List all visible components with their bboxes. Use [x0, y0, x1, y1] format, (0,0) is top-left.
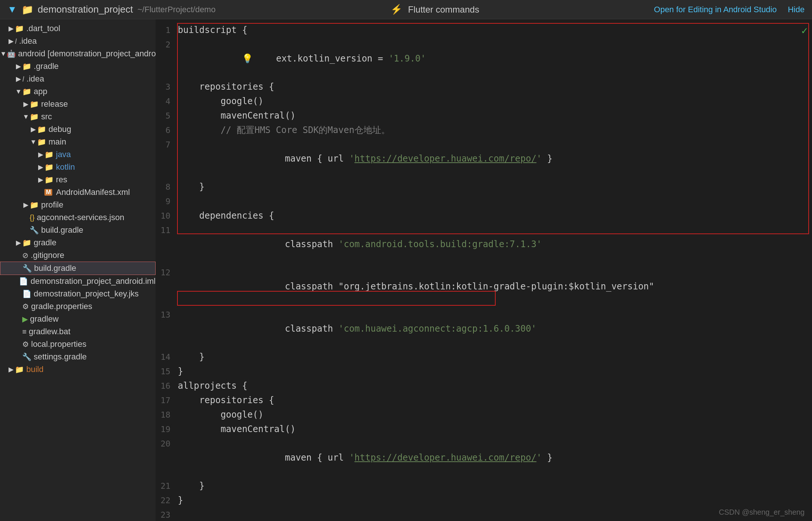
top-bar-left: ▼ 📁 demonstration_project ~/FlutterProje… — [7, 4, 216, 15]
sidebar-item-label: demonstration_project_android.iml — [30, 276, 156, 286]
folder-icon: 📁 — [37, 125, 46, 134]
folder-icon: 📁 — [22, 238, 31, 247]
sidebar-item-gradlew[interactable]: ▶ gradlew — [0, 313, 156, 325]
line-number: 16 — [156, 379, 178, 393]
code-container[interactable]: ✓ 1 buildscript { 2 💡 ext.kotlin_version… — [156, 19, 812, 521]
arrow-icon: ▶ — [37, 150, 44, 159]
sidebar-item-idea-sub[interactable]: ▶ I .idea — [0, 73, 156, 85]
sidebar-item-res[interactable]: ▶ 📁 res — [0, 173, 156, 186]
manifest-icon: M — [44, 189, 52, 196]
arrow-icon: ▶ — [37, 176, 44, 184]
line-number: 7 — [156, 138, 178, 152]
sidebar-item-label: src — [41, 112, 52, 122]
sidebar-item-build-gradle-root[interactable]: 🔧 build.gradle — [0, 262, 156, 275]
arrow-icon: ▶ — [15, 239, 22, 247]
line-number: 17 — [156, 394, 178, 408]
sidebar-item-profile[interactable]: ▶ 📁 profile — [0, 199, 156, 211]
sidebar-item-build-folder[interactable]: ▶ 📁 build — [0, 363, 156, 376]
sidebar-item-jks[interactable]: 📄 demostration_project_key.jks — [0, 288, 156, 300]
sidebar-item-label: android [demonstration_project_android] — [18, 49, 156, 59]
line-number: 10 — [156, 209, 178, 223]
gradle-icon: 🔧 — [30, 226, 39, 235]
sidebar-item-src[interactable]: ▼ 📁 src — [0, 110, 156, 123]
android-icon: 🤖 — [7, 49, 16, 58]
sidebar-item-build-gradle-app[interactable]: 🔧 build.gradle — [0, 224, 156, 236]
hide-button[interactable]: Hide — [788, 5, 805, 14]
line-number: 5 — [156, 109, 178, 123]
file-icon: I — [22, 75, 24, 83]
line-number: 15 — [156, 365, 178, 379]
folder-icon: 📁 — [22, 87, 31, 96]
sidebar-item-label: main — [49, 137, 66, 147]
line-content: } — [178, 493, 808, 507]
folder-icon: 📁 — [22, 62, 31, 71]
sidebar-item-agconnect[interactable]: {} agconnect-services.json — [0, 211, 156, 224]
line-content: buildscript { — [178, 23, 808, 37]
sidebar-item-label: gradle — [34, 238, 56, 248]
line-content: mavenCentral() — [178, 109, 808, 123]
line-content: } — [178, 350, 808, 364]
code-line-1: 1 buildscript { — [156, 23, 812, 37]
line-number: 6 — [156, 123, 178, 137]
code-line-13: 13 classpath 'com.huawei.agconnect:agcp:… — [156, 308, 812, 350]
folder-icon: 📁 — [30, 112, 39, 121]
line-content: repositories { — [178, 80, 808, 94]
sidebar-item-gradle-sub[interactable]: ▶ 📁 .gradle — [0, 60, 156, 73]
sidebar-item-label: build — [26, 365, 43, 374]
sidebar-item-kotlin[interactable]: ▶ 📁 kotlin — [0, 161, 156, 173]
sidebar-item-debug[interactable]: ▶ 📁 debug — [0, 123, 156, 136]
editor-area: ✓ 1 buildscript { 2 💡 ext.kotlin_version… — [156, 19, 812, 521]
project-folder-icon: 📁 — [21, 4, 33, 15]
arrow-icon: ▶ — [7, 37, 15, 45]
sidebar-item-gradle-folder[interactable]: ▶ 📁 gradle — [0, 236, 156, 249]
sidebar-item-label: build.gradle — [34, 263, 76, 273]
gitignore-icon: ⊘ — [22, 251, 29, 260]
sidebar-item-local-properties[interactable]: ⚙ local.properties — [0, 338, 156, 351]
sidebar-item-iml[interactable]: 📄 demonstration_project_android.iml — [0, 275, 156, 288]
sidebar-item-gradle-properties[interactable]: ⚙ gradle.properties — [0, 300, 156, 313]
sidebar-item-android[interactable]: ▼ 🤖 android [demonstration_project_andro… — [0, 47, 156, 60]
sidebar-item-main[interactable]: ▼ 📁 main — [0, 136, 156, 148]
line-number: 9 — [156, 195, 178, 209]
line-content: dependencies { — [178, 209, 808, 223]
line-number: 20 — [156, 437, 178, 451]
code-line-9: 9 — [156, 194, 812, 209]
line-content — [178, 508, 808, 521]
flutter-commands-section: ⚡ Flutter commands — [390, 4, 479, 15]
sidebar-item-gradlew-bat[interactable]: ≡ gradlew.bat — [0, 325, 156, 338]
sidebar-item-label: .dart_tool — [26, 24, 60, 33]
sidebar-item-java[interactable]: ▶ 📁 java — [0, 148, 156, 161]
line-content: allprojects { — [178, 379, 808, 393]
sidebar-item-dart-tool[interactable]: ▶ 📁 .dart_tool — [0, 22, 156, 35]
code-line-8: 8 } — [156, 180, 812, 194]
line-number: 3 — [156, 80, 178, 94]
line-content: // 配置HMS Core SDK的Maven仓地址。 — [178, 123, 808, 137]
checkmark-icon: ✓ — [801, 24, 808, 37]
sidebar-item-label: kotlin — [56, 162, 75, 172]
sidebar-item-android-manifest[interactable]: M AndroidManifest.xml — [0, 186, 156, 199]
line-content: google() — [178, 408, 808, 422]
sidebar-item-gitignore[interactable]: ⊘ .gitignore — [0, 249, 156, 262]
line-content: classpath "org.jetbrains.kotlin:kotlin-g… — [178, 265, 808, 308]
sidebar-item-release[interactable]: ▶ 📁 release — [0, 98, 156, 110]
line-number: 1 — [156, 23, 178, 37]
line-number: 2 — [156, 38, 178, 52]
sidebar-item-label: profile — [41, 200, 63, 210]
sidebar-item-settings-gradle[interactable]: 🔧 settings.gradle — [0, 351, 156, 363]
line-number: 13 — [156, 308, 178, 322]
line-number: 18 — [156, 408, 178, 422]
sidebar-item-idea-root[interactable]: ▶ I .idea — [0, 35, 156, 47]
folder-icon: 📁 — [30, 100, 39, 109]
folder-icon: 📁 — [44, 175, 54, 184]
open-android-studio-button[interactable]: Open for Editing in Android Studio — [654, 5, 776, 14]
top-bar: ▼ 📁 demonstration_project ~/FlutterProje… — [0, 0, 812, 19]
code-line-10: 10 dependencies { — [156, 209, 812, 223]
line-number: 21 — [156, 479, 178, 493]
file-icon: I — [15, 37, 17, 46]
key-icon: 📄 — [22, 289, 31, 298]
sidebar-item-app[interactable]: ▼ 📁 app — [0, 85, 156, 98]
line-number: 4 — [156, 94, 178, 109]
code-line-6: 6 // 配置HMS Core SDK的Maven仓地址。 — [156, 123, 812, 137]
line-number: 19 — [156, 422, 178, 437]
arrow-icon: ▼ — [15, 88, 22, 96]
